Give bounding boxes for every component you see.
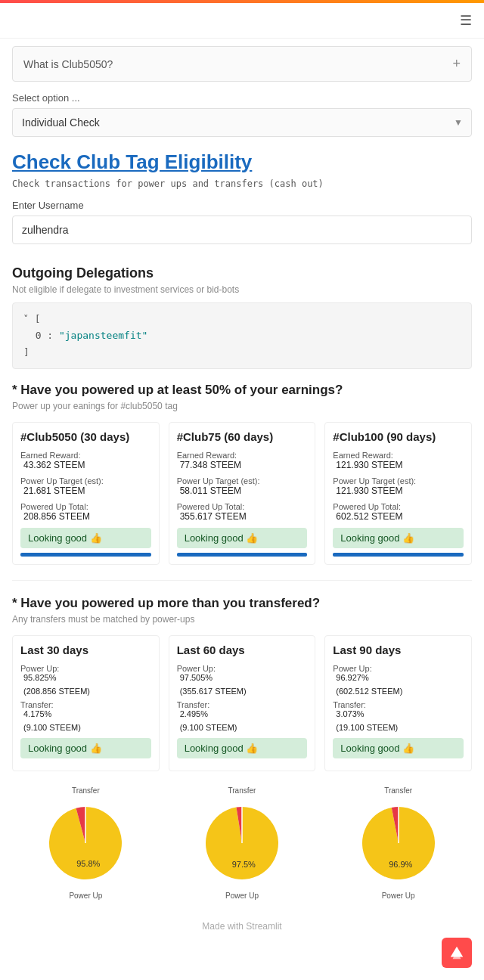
- powered-label: Powered Up Total:: [333, 502, 464, 511]
- pie-powerup-label: Power Up: [225, 892, 259, 900]
- expander-toggle[interactable]: +: [452, 56, 461, 72]
- period-title: Last 30 days: [20, 644, 151, 656]
- club-card: #Club5050 (30 days) Earned Reward: 43.36…: [12, 422, 160, 565]
- target-label: Power Up Target (est):: [333, 476, 464, 485]
- earned-label: Earned Reward:: [333, 451, 464, 460]
- earned-value: 121.930 STEEM: [333, 460, 464, 470]
- powerup-label: Power Up:: [333, 664, 464, 673]
- progress-bar: [333, 553, 464, 557]
- status-badge: Looking good 👍: [333, 528, 464, 548]
- club-grid: #Club5050 (30 days) Earned Reward: 43.36…: [12, 422, 472, 565]
- username-input[interactable]: [12, 216, 472, 244]
- powered-value: 602.512 STEEM: [333, 511, 464, 522]
- status-badge: Looking good 👍: [20, 528, 151, 548]
- powerup-pct: 95.825%: [20, 673, 151, 682]
- transfer-status-badge: Looking good 👍: [333, 738, 464, 758]
- pie-chart: 95.8%: [40, 798, 131, 889]
- footer-brand: Streamlit: [246, 921, 281, 932]
- option-select[interactable]: Individual Check Bulk Check: [12, 108, 472, 137]
- delegations-header: Outgoing Delegations: [12, 265, 472, 281]
- target-value: 21.681 STEEM: [20, 485, 151, 496]
- transfer-steem: (9.100 STEEM): [177, 723, 308, 732]
- pie-grid: Transfer 95.8% Power Up Transfer 97.5% P…: [12, 780, 472, 906]
- powerup-steem: (208.856 STEEM): [20, 687, 151, 696]
- powered-label: Powered Up Total:: [177, 502, 308, 511]
- question1-note: Power up your eanings for #club5050 tag: [12, 401, 472, 411]
- powered-value: 208.856 STEEM: [20, 511, 151, 522]
- transfer-pct: 4.175%: [20, 709, 151, 718]
- powerup-pct: 97.505%: [177, 673, 308, 682]
- select-wrapper: Individual Check Bulk Check ▼: [12, 108, 472, 137]
- club-title: #Club75 (60 days): [177, 430, 308, 443]
- powerup-steem: (355.617 STEEM): [177, 687, 308, 696]
- club-title: #Club5050 (30 days): [20, 430, 151, 443]
- earned-value: 77.348 STEEM: [177, 460, 308, 470]
- club-title: #Club100 (90 days): [333, 430, 464, 443]
- header: ☰: [0, 3, 484, 39]
- period-title: Last 90 days: [333, 644, 464, 656]
- progress-bar: [20, 553, 151, 557]
- streamlit-button[interactable]: [442, 938, 472, 968]
- pie-transfer-label: Transfer: [384, 786, 412, 795]
- earned-label: Earned Reward:: [20, 451, 151, 460]
- target-value: 58.011 STEEM: [177, 485, 308, 496]
- footer-text: Made with: [202, 921, 246, 932]
- hamburger-icon[interactable]: ☰: [460, 12, 472, 29]
- page-title: Check Club Tag Eligibility: [12, 150, 472, 174]
- input-label: Enter Username: [12, 200, 472, 211]
- pie-powerup-label: Power Up: [382, 892, 415, 900]
- transfer-card: Last 60 days Power Up: 97.505% (355.617 …: [169, 635, 316, 771]
- main-content: What is Club5050? + Select option ... In…: [0, 46, 484, 980]
- expander-header[interactable]: What is Club5050? +: [13, 47, 471, 81]
- transfer-status-badge: Looking good 👍: [20, 738, 151, 758]
- transfer-label: Transfer:: [177, 700, 308, 709]
- transfer-status-badge: Looking good 👍: [177, 738, 308, 758]
- pie-transfer-label: Transfer: [72, 786, 100, 795]
- expander-label: What is Club5050?: [23, 58, 113, 70]
- pie-chart: 96.9%: [353, 798, 444, 889]
- powerup-steem: (602.512 STEEM): [333, 687, 464, 696]
- transfer-steem: (19.100 STEEM): [333, 723, 464, 732]
- pie-pct-label: 95.8%: [76, 860, 100, 869]
- powerup-pct: 96.927%: [333, 673, 464, 682]
- footer: Made with Streamlit: [12, 906, 472, 939]
- pie-chart: 97.5%: [197, 798, 287, 889]
- divider1: [12, 580, 472, 581]
- transfer-pct: 2.495%: [177, 709, 308, 718]
- pie-pct-label: 97.5%: [232, 860, 256, 869]
- pie-container: Transfer 97.5% Power Up: [169, 780, 316, 906]
- target-label: Power Up Target (est):: [20, 476, 151, 485]
- powerup-label: Power Up:: [20, 664, 151, 673]
- target-label: Power Up Target (est):: [177, 476, 308, 485]
- pie-container: Transfer 96.9% Power Up: [324, 780, 472, 906]
- transfer-grid: Last 30 days Power Up: 95.825% (208.856 …: [12, 635, 472, 771]
- transfer-label: Transfer:: [333, 700, 464, 709]
- target-value: 121.930 STEEM: [333, 485, 464, 496]
- powered-value: 355.617 STEEM: [177, 511, 308, 522]
- transfer-steem: (9.100 STEEM): [20, 723, 151, 732]
- delegations-code: ˅ [ 0 : "japansteemfit" ]: [12, 302, 472, 369]
- expander-club5050: What is Club5050? +: [12, 46, 472, 82]
- status-badge: Looking good 👍: [177, 528, 308, 548]
- question2-note: Any transfers must be matched by power-u…: [12, 614, 472, 625]
- pie-transfer-label: Transfer: [228, 786, 256, 795]
- period-title: Last 60 days: [177, 644, 308, 656]
- page-subtitle: Check transactions for power ups and tra…: [12, 178, 472, 189]
- delegations-note: Not eligible if delegate to investment s…: [12, 284, 472, 295]
- transfer-card: Last 30 days Power Up: 95.825% (208.856 …: [12, 635, 160, 771]
- transfer-label: Transfer:: [20, 700, 151, 709]
- transfer-card: Last 90 days Power Up: 96.927% (602.512 …: [324, 635, 472, 771]
- earned-label: Earned Reward:: [177, 451, 308, 460]
- powerup-label: Power Up:: [177, 664, 308, 673]
- question1-header: * Have you powered up at least 50% of yo…: [12, 383, 472, 398]
- question2-header: * Have you powered up more than you tran…: [12, 596, 472, 611]
- streamlit-icon: [448, 944, 465, 961]
- pie-powerup-label: Power Up: [69, 892, 102, 900]
- pie-pct-label: 96.9%: [389, 860, 412, 869]
- pie-container: Transfer 95.8% Power Up: [12, 780, 160, 906]
- transfer-pct: 3.073%: [333, 709, 464, 718]
- club-card: #Club100 (90 days) Earned Reward: 121.93…: [324, 422, 472, 565]
- progress-bar: [177, 553, 308, 557]
- powered-label: Powered Up Total:: [20, 502, 151, 511]
- earned-value: 43.362 STEEM: [20, 460, 151, 470]
